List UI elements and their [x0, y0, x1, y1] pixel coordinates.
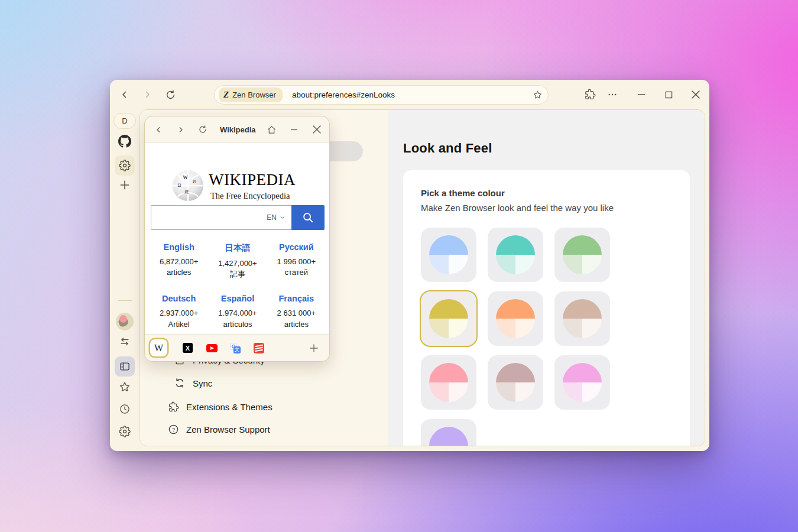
glance-home-button[interactable]	[264, 122, 280, 137]
language-link[interactable]: Español	[208, 294, 267, 303]
chevron-down-icon	[280, 215, 286, 220]
glance-favicon-row: W X G 文	[145, 334, 329, 361]
avatar-dot	[119, 315, 127, 323]
chevron-left-icon	[119, 89, 130, 100]
add-pinned-site-button[interactable]	[309, 343, 319, 353]
url-bar[interactable]: Z Zen Browser about:preferences#zenLooks	[214, 85, 549, 105]
workspace-pill[interactable]: D	[113, 113, 136, 129]
chevron-left-icon	[154, 125, 163, 134]
theme-swatch[interactable]	[554, 355, 610, 410]
maximize-button[interactable]	[660, 86, 677, 103]
search-button[interactable]	[291, 205, 325, 230]
wikipedia-favicon-active[interactable]: W	[150, 339, 167, 356]
language-link[interactable]: English	[150, 242, 208, 252]
theme-swatch[interactable]	[554, 291, 610, 346]
reload-icon	[165, 89, 176, 100]
youtube-favicon[interactable]	[206, 344, 218, 352]
theme-swatch-circle	[563, 363, 602, 402]
language-link[interactable]: Deutsch	[150, 294, 208, 303]
minimize-button[interactable]	[633, 86, 650, 103]
x-favicon[interactable]: X	[183, 343, 193, 353]
history-button[interactable]	[119, 403, 131, 415]
language-link[interactable]: Русский	[267, 242, 326, 252]
reload-icon	[198, 125, 207, 134]
google-translate-favicon[interactable]: G 文	[230, 343, 241, 353]
svg-text:W: W	[183, 174, 188, 180]
theme-swatch[interactable]	[421, 355, 476, 410]
back-button[interactable]	[116, 86, 133, 103]
close-icon	[692, 90, 700, 99]
svg-text:Ω: Ω	[178, 183, 181, 188]
glance-back-button[interactable]	[151, 122, 166, 137]
browser-window: Z Zen Browser about:preferences#zenLooks	[110, 80, 709, 451]
language-code: EN	[267, 213, 277, 222]
theme-swatch-circle	[429, 427, 468, 446]
language-count: 2 631 000+articles	[267, 308, 326, 329]
bookmarks-button[interactable]	[119, 381, 131, 393]
wikipedia-tagline: The Free Encyclopedia	[210, 191, 290, 201]
plus-icon	[309, 343, 319, 353]
language-link[interactable]: Français	[267, 294, 326, 303]
sidebar-item-extensions-themes[interactable]: Extensions & Themes	[168, 401, 273, 413]
language-count: 1.974.000+artículos	[208, 308, 267, 329]
github-icon	[118, 135, 131, 148]
theme-swatch[interactable]	[421, 419, 476, 446]
theme-swatch[interactable]	[554, 228, 610, 282]
wikipedia-language-grid: English 6,872,000+articles 日本語 1,427,000…	[150, 242, 326, 330]
theme-swatch[interactable]	[421, 291, 476, 346]
language-link[interactable]: 日本語	[208, 242, 267, 254]
svg-text:?: ?	[172, 427, 175, 433]
svg-text:羅: 羅	[184, 189, 189, 194]
theme-swatch-circle	[496, 363, 535, 402]
pinned-tab-settings-active[interactable]	[115, 155, 135, 176]
workspace-switch-button[interactable]	[119, 336, 131, 348]
reload-button[interactable]	[162, 86, 179, 103]
profile-avatar[interactable]	[116, 313, 134, 330]
theme-swatch[interactable]	[488, 355, 543, 410]
language-cell: English 6,872,000+articles	[150, 242, 208, 280]
minimize-icon	[290, 126, 298, 134]
settings-button[interactable]	[119, 426, 131, 437]
translate-zh-glyph: 文	[233, 346, 241, 353]
ellipsis-icon	[607, 89, 618, 100]
language-dropdown[interactable]: EN	[267, 213, 286, 222]
app-menu-button[interactable]	[604, 86, 621, 103]
minimize-icon	[637, 90, 645, 99]
sidebar-rail: D	[110, 109, 140, 451]
close-button[interactable]	[687, 86, 704, 103]
url-text: about:preferences#zenLooks	[292, 90, 395, 99]
glance-forward-button[interactable]	[173, 122, 188, 137]
language-cell: Русский 1 996 000+статей	[267, 242, 326, 280]
language-count: 6,872,000+articles	[150, 257, 208, 278]
rail-divider	[118, 300, 132, 301]
glance-minimize-button[interactable]	[287, 122, 302, 137]
extensions-button[interactable]	[582, 86, 598, 103]
theme-swatch[interactable]	[488, 291, 543, 346]
forward-button[interactable]	[139, 86, 155, 103]
theme-swatch[interactable]	[488, 228, 543, 282]
language-count: 1,427,000+記事	[208, 258, 267, 280]
sidebar-toggle-active[interactable]	[115, 356, 135, 377]
theme-swatch[interactable]	[421, 228, 476, 282]
theme-colour-card: Pick a theme colour Make Zen Browser loo…	[403, 170, 690, 446]
language-cell: Deutsch 2.937.000+Artikel	[150, 294, 208, 329]
new-tab-button[interactable]	[119, 179, 131, 191]
pinned-tab-github[interactable]	[118, 135, 131, 148]
clock-icon	[119, 403, 131, 415]
glance-reload-button[interactable]	[195, 122, 210, 137]
close-icon-button[interactable]	[309, 122, 325, 137]
puzzle-icon	[584, 89, 596, 100]
sidebar-item-sync[interactable]: Sync	[174, 377, 212, 389]
todoist-favicon[interactable]	[254, 343, 264, 353]
glance-header: Wikipedia	[145, 116, 329, 142]
active-tab[interactable]: Z Zen Browser	[219, 87, 283, 102]
sidebar-item-label: Zen Browser Support	[186, 424, 270, 434]
sidebar-item-support[interactable]: ? Zen Browser Support	[168, 424, 270, 435]
wikipedia-wordmark: WIKIPEDIA	[209, 171, 296, 189]
play-icon	[210, 346, 214, 350]
sync-icon	[174, 377, 186, 389]
bookmark-star-icon[interactable]	[533, 90, 543, 100]
search-input[interactable]: EN	[151, 205, 291, 230]
star-icon	[119, 381, 131, 393]
gear-icon	[119, 426, 131, 437]
